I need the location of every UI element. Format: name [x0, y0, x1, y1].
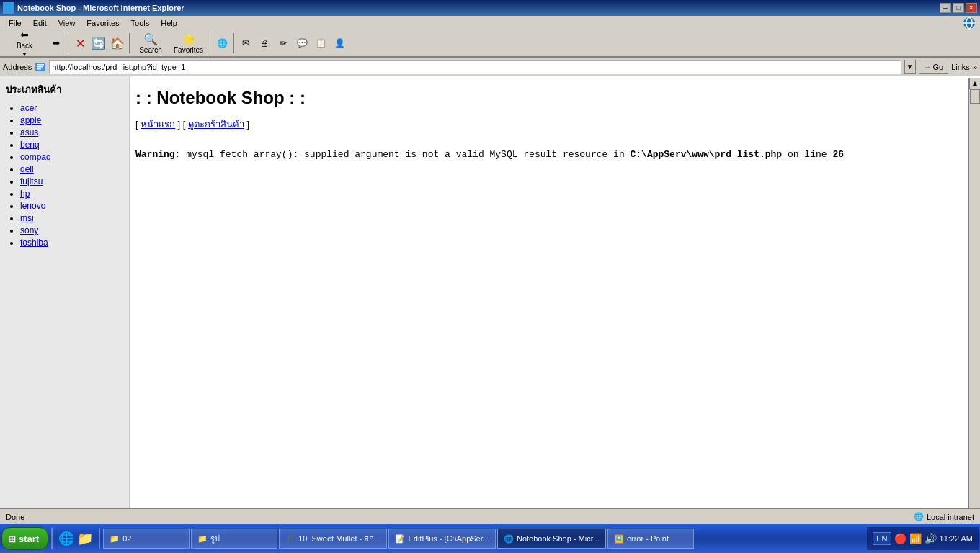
menu-view[interactable]: View — [53, 17, 81, 29]
address-page-icon — [35, 61, 46, 73]
warning-text-body: : mysql_fetch_array(): supplied argument… — [175, 149, 631, 160]
page-title: : : Notebook Shop : : — [135, 82, 974, 114]
stop-icon: ✕ — [76, 37, 85, 50]
extra-btn2[interactable]: 👤 — [331, 31, 348, 55]
go-arrow-icon: → — [924, 63, 932, 71]
warning-type: Warning — [135, 149, 175, 160]
scrollbar[interactable]: ▲ — [968, 78, 980, 508]
messenger-icon: 👤 — [334, 38, 345, 48]
svg-rect-5 — [37, 66, 43, 68]
toolbar-separator-1 — [68, 33, 68, 53]
edit-icon: ✏ — [280, 38, 287, 48]
warning-filepath: C:\AppServ\www\prd_list.php — [631, 149, 783, 160]
list-item: fujitsu — [20, 176, 123, 186]
list-item: sony — [20, 225, 123, 235]
stop-button[interactable]: ✕ — [71, 31, 89, 55]
nav-bracket-end: ] — [246, 119, 249, 130]
address-dropdown-arrow[interactable]: ▼ — [904, 60, 916, 74]
svg-rect-4 — [37, 64, 44, 66]
scroll-thumb[interactable] — [970, 89, 980, 104]
forward-icon: ➡ — [53, 38, 60, 48]
favorites-icon: ⭐ — [182, 32, 196, 46]
list-item: compaq — [20, 152, 123, 162]
media-button[interactable]: 🌐 — [213, 31, 231, 55]
search-icon: 🔍 — [143, 32, 158, 46]
extra-btn1[interactable]: 📋 — [312, 31, 329, 55]
nav-bracket-middle: ] [ — [178, 119, 188, 130]
toolbar-separator-2 — [129, 33, 130, 53]
sidebar-link-toshiba[interactable]: toshiba — [20, 238, 48, 248]
back-dropdown-icon[interactable]: ▼ — [22, 51, 27, 58]
toolbar: ⬅ Back ▼ ➡ ✕ 🔄 🏠 🔍 Search ⭐ Favorites 🌐 … — [0, 30, 980, 58]
address-bar: Address ▼ → Go Links » — [0, 58, 980, 76]
close-button[interactable]: ✕ — [966, 3, 977, 13]
sidebar-link-acer[interactable]: acer — [20, 103, 37, 113]
list-item: acer — [20, 103, 123, 113]
edit-button[interactable]: ✏ — [275, 31, 292, 55]
mail-button[interactable]: ✉ — [237, 31, 254, 55]
ie-icon: 🌐 — [3, 2, 14, 14]
warning-line: 26 — [832, 149, 844, 160]
list-item: lenovo — [20, 201, 123, 211]
search-button[interactable]: 🔍 Search — [133, 31, 169, 55]
sidebar-link-msi[interactable]: msi — [20, 213, 34, 223]
menu-edit[interactable]: Edit — [27, 17, 53, 29]
mail-icon: ✉ — [242, 38, 249, 48]
list-item: dell — [20, 164, 123, 174]
minimize-button[interactable]: ─ — [940, 3, 951, 13]
forward-button[interactable]: ➡ — [48, 31, 65, 55]
favorites-label: Favorites — [174, 46, 203, 54]
media-icon: 🌐 — [217, 38, 228, 48]
title-bar: 🌐 Notebook Shop - Microsoft Internet Exp… — [0, 0, 980, 16]
address-label: Address — [3, 63, 32, 71]
search-label: Search — [139, 46, 162, 54]
list-item: benq — [20, 140, 123, 150]
sidebar-link-hp[interactable]: hp — [20, 189, 30, 199]
menu-bar: File Edit View Favorites Tools Help — [0, 16, 980, 30]
warning-box: Warning: mysql_fetch_array(): supplied a… — [135, 143, 974, 166]
sidebar: ประเภทสินค้า acer apple asus benq compaq… — [0, 76, 130, 508]
maximize-button[interactable]: □ — [953, 3, 964, 13]
links-label: Links — [951, 63, 970, 71]
menu-file[interactable]: File — [3, 17, 27, 29]
sidebar-list: acer apple asus benq compaq dell fujitsu… — [6, 103, 123, 248]
nav-cart-link[interactable]: ดูตะกร้าสินค้า — [188, 119, 244, 130]
sidebar-link-sony[interactable]: sony — [20, 225, 38, 235]
discuss-icon: 💬 — [297, 38, 308, 48]
history-icon: 📋 — [316, 38, 326, 48]
menu-favorites[interactable]: Favorites — [81, 17, 125, 29]
warning-suffix: on line — [782, 149, 832, 160]
address-input[interactable] — [49, 60, 901, 74]
home-button[interactable]: 🏠 — [109, 31, 126, 55]
back-button[interactable]: ⬅ Back ▼ — [3, 31, 46, 55]
refresh-icon: 🔄 — [92, 37, 106, 50]
nav-links: [ หน้าแรก ] [ ดูตะกร้าสินค้า ] — [135, 114, 974, 135]
sidebar-link-lenovo[interactable]: lenovo — [20, 201, 45, 211]
sidebar-link-compaq[interactable]: compaq — [20, 152, 51, 162]
discuss-button[interactable]: 💬 — [293, 31, 311, 55]
print-button[interactable]: 🖨 — [256, 31, 273, 55]
sidebar-link-apple[interactable]: apple — [20, 115, 41, 125]
list-item: apple — [20, 115, 123, 125]
sidebar-link-benq[interactable]: benq — [20, 140, 40, 150]
toolbar-separator-4 — [233, 33, 234, 53]
nav-home-link[interactable]: หน้าแรก — [141, 119, 175, 130]
window-title: Notebook Shop - Microsoft Internet Explo… — [17, 4, 184, 12]
main-content: : : Notebook Shop : : [ หน้าแรก ] [ ดูตะ… — [130, 76, 980, 508]
sidebar-link-dell[interactable]: dell — [20, 164, 34, 174]
refresh-button[interactable]: 🔄 — [90, 31, 107, 55]
print-icon: 🖨 — [260, 38, 269, 48]
links-expand-icon[interactable]: » — [973, 63, 977, 71]
go-button[interactable]: → Go — [919, 60, 949, 74]
favorites-button[interactable]: ⭐ Favorites — [170, 31, 207, 55]
scroll-up-button[interactable]: ▲ — [969, 78, 980, 89]
warning-message: Warning: mysql_fetch_array(): supplied a… — [135, 149, 844, 160]
back-label: Back — [17, 42, 32, 50]
go-label: Go — [933, 63, 944, 71]
menu-help[interactable]: Help — [155, 17, 183, 29]
sidebar-link-fujitsu[interactable]: fujitsu — [20, 176, 43, 186]
home-icon: 🏠 — [110, 37, 125, 50]
sidebar-link-asus[interactable]: asus — [20, 127, 38, 138]
list-item: hp — [20, 189, 123, 199]
menu-tools[interactable]: Tools — [125, 17, 156, 29]
